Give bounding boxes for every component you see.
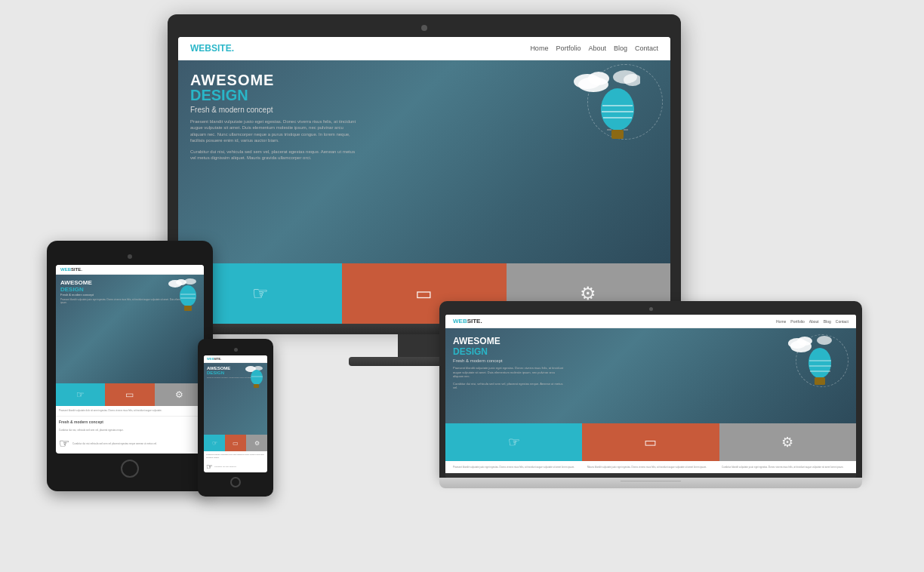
laptop-nav-portfolio[interactable]: Portfolio <box>790 319 804 324</box>
tablet-hero: AWESOME DESIGN Fresh & modern concept Pr… <box>56 275 204 383</box>
laptop-nav-contact[interactable]: Contact <box>836 319 849 324</box>
laptop-nav-blog[interactable]: Blog <box>824 319 831 324</box>
phone-balloon <box>245 365 263 386</box>
laptop-trackpad <box>621 481 681 488</box>
laptop-device: WEBSITE. Home Portfolio About Blog Conta… <box>439 301 862 488</box>
laptop-nav-links: Home Portfolio About Blog Contact <box>776 319 849 324</box>
laptop-title-awesome: AWESOME <box>453 336 849 346</box>
svg-point-11 <box>184 278 196 284</box>
monitor-camera <box>421 25 427 31</box>
tablet-features: ☞ ▭ ⚙ <box>56 383 204 406</box>
site-hero: AWESOME DESIGN Fresh & modern concept Pr… <box>178 60 670 263</box>
laptop-feature-screen: ▭ <box>582 423 719 461</box>
svg-rect-17 <box>254 384 259 388</box>
hero-content: AWESOME DESIGN Fresh & modern concept Pr… <box>190 72 658 251</box>
phone-hand-text: Curabitur dui nisi vehicula. <box>214 466 236 468</box>
phone-device: WEBSITE. AWESOME DESIGN Fresh & modern c… <box>198 339 273 497</box>
laptop-features: ☞ ▭ ⚙ <box>445 423 856 461</box>
phone-feature-screen: ▭ <box>225 435 246 451</box>
laptop-camera <box>649 307 653 311</box>
tablet-feature-screen: ▭ <box>105 383 154 406</box>
laptop-feature-settings: ⚙ <box>719 423 856 461</box>
phone-content: Praesent blandit vulputate justo eget eg… <box>204 451 267 461</box>
laptop-touch-icon: ☞ <box>508 434 520 451</box>
screen-icon: ▭ <box>415 283 433 304</box>
laptop-nav-about[interactable]: About <box>809 319 819 324</box>
tablet-screen: WEBSITE. AWESOME DESIGN Fresh & modern c… <box>56 265 204 454</box>
tablet-touch-text: Curabitur dui nisi vehicula sed sem vel … <box>72 442 157 445</box>
laptop-nav-home[interactable]: Home <box>776 319 786 324</box>
nav-blog[interactable]: Blog <box>614 45 627 52</box>
hero-body2: Curabitur dui nisi, vehicula sed sem vel… <box>190 149 356 161</box>
svg-point-12 <box>180 285 196 306</box>
tablet-section-title: Fresh & modern concept <box>56 416 204 427</box>
phone-hero: AWESOME DESIGN Fresh & modern concept. L… <box>204 363 267 435</box>
touch-icon: ☞ <box>252 283 269 304</box>
phone-feature-touch: ☞ <box>204 435 225 451</box>
responsive-mockup: WEBSITE. Home Portfolio About Blog Conta… <box>47 14 877 558</box>
laptop-feature-touch: ☞ <box>445 423 582 461</box>
laptop-logo: WEBSITE. <box>453 318 482 324</box>
site-logo: WEBSITE. <box>190 43 234 54</box>
tablet-nav: WEBSITE. <box>56 265 204 275</box>
tablet-feature-settings: ⚙ <box>155 383 204 406</box>
phone-feature-settings: ⚙ <box>246 435 267 451</box>
phone-logo: WEBSITE. <box>207 357 221 361</box>
laptop-base <box>439 478 862 488</box>
nav-about[interactable]: About <box>588 45 606 52</box>
phone-home-button[interactable] <box>230 477 241 487</box>
tablet-screen-icon: ▭ <box>125 389 134 400</box>
laptop-subtitle: Fresh & modern concept <box>453 358 849 363</box>
laptop-col3: Curabitur blandit vulputate justo eget e… <box>722 466 849 469</box>
logo-highlight: WEB <box>190 43 211 54</box>
nav-links: Home Portfolio About Blog Contact <box>530 45 658 52</box>
phone-hand-icon: ☞ <box>206 463 213 471</box>
phone-screen-icon: ▭ <box>233 440 239 447</box>
tablet-content-body: Praesent blandit vulputate dolo sit amet… <box>56 406 204 416</box>
phone-screen: WEBSITE. AWESOME DESIGN Fresh & modern c… <box>204 355 267 472</box>
laptop-body: Praesent blandit vulputate justo eget eg… <box>453 366 566 379</box>
laptop-body2: Curabitur dui nisi, vehicula sed sem vel… <box>453 382 566 390</box>
nav-home[interactable]: Home <box>530 45 548 52</box>
site-nav: WEBSITE. Home Portfolio About Blog Conta… <box>178 37 670 60</box>
tablet-balloon <box>168 278 198 315</box>
laptop-screen-icon: ▭ <box>644 434 657 451</box>
phone-settings-icon: ⚙ <box>254 440 260 447</box>
monitor-screen: WEBSITE. Home Portfolio About Blog Conta… <box>178 37 670 324</box>
tablet-camera <box>128 254 132 259</box>
tablet-hand-icon: ☞ <box>59 436 69 451</box>
svg-rect-13 <box>184 306 192 311</box>
laptop-hero: AWESOME DESIGN Fresh & modern concept Pr… <box>445 328 856 423</box>
svg-point-15 <box>254 366 263 371</box>
hero-title-design: DESIGN <box>190 88 658 103</box>
laptop-content-bottom: Praesent blandit vulputate justo eget eg… <box>445 461 856 474</box>
laptop-hero-content: AWESOME DESIGN Fresh & modern concept Pr… <box>453 336 849 416</box>
laptop-screen: WEBSITE. Home Portfolio About Blog Conta… <box>445 315 856 473</box>
tablet-settings-icon: ⚙ <box>175 389 183 400</box>
hero-title-awesome: AWESOME <box>190 72 658 88</box>
laptop-settings-icon: ⚙ <box>781 434 793 451</box>
tablet-touch-section: ☞ Curabitur dui nisi vehicula sed sem ve… <box>56 433 204 454</box>
laptop-nav: WEBSITE. Home Portfolio About Blog Conta… <box>445 315 856 328</box>
phone-hand-section: ☞ Curabitur dui nisi vehicula. <box>204 461 267 472</box>
tablet-home-button[interactable] <box>121 460 139 478</box>
tablet-feature-touch: ☞ <box>56 383 105 406</box>
tablet-section-body: Curabitur dui nisi, vehicula sed sem vel… <box>56 427 204 434</box>
tablet-logo: WEBSITE. <box>60 267 82 272</box>
laptop-title-design: DESIGN <box>453 346 849 357</box>
laptop-col2: Mauris blandit vulputate justo eget eges… <box>587 466 714 469</box>
nav-portfolio[interactable]: Portfolio <box>556 45 581 52</box>
phone-camera <box>234 348 238 352</box>
phone-nav: WEBSITE. <box>204 355 267 363</box>
svg-point-16 <box>251 370 263 385</box>
phone-features: ☞ ▭ ⚙ <box>204 435 267 451</box>
nav-contact[interactable]: Contact <box>635 45 658 52</box>
laptop-col1: Praesent blandit vulputate justo eget eg… <box>453 466 580 469</box>
hero-body: Praesent blandit vulputate justo eget eg… <box>190 118 356 144</box>
phone-touch-icon: ☞ <box>212 440 217 447</box>
tablet-device: WEBSITE. AWESOME DESIGN Fresh & modern c… <box>47 241 213 491</box>
logo-rest: SITE. <box>211 43 234 54</box>
hero-subtitle: Fresh & modern concept <box>190 106 658 114</box>
tablet-touch-icon: ☞ <box>76 389 85 400</box>
